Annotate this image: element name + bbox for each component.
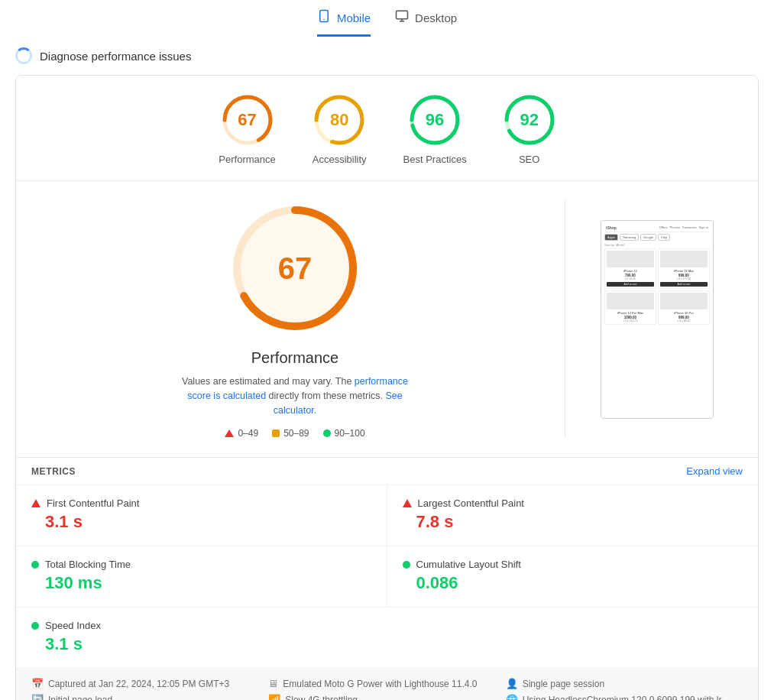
score-value-seo: 92 bbox=[520, 110, 538, 130]
legend-item-green: 90–100 bbox=[323, 428, 365, 439]
metrics-label: METRICS bbox=[31, 466, 76, 477]
footer-emulated-text: Emulated Moto G Power with Lighthouse 11… bbox=[283, 679, 477, 689]
footer-initial: 🔄 Initial page load bbox=[31, 694, 268, 700]
legend-orange-range: 50–89 bbox=[283, 428, 309, 439]
legend-green-icon bbox=[323, 429, 331, 437]
metric-name: Total Blocking Time bbox=[45, 559, 131, 570]
diagnose-spinner-icon bbox=[15, 47, 32, 64]
svg-rect-2 bbox=[397, 11, 408, 19]
tab-desktop[interactable]: Desktop bbox=[395, 9, 457, 37]
score-circle-accessibility[interactable]: 80 bbox=[313, 94, 365, 146]
score-circle-best-practices[interactable]: 96 bbox=[409, 94, 461, 146]
metric-red-indicator bbox=[31, 499, 40, 507]
scores-section: 67 Performance 80 Accessibility 96 Best … bbox=[16, 76, 758, 181]
metric-red-indicator bbox=[403, 499, 412, 507]
legend-red-range: 0–49 bbox=[238, 428, 258, 439]
legend-item-red: 0–49 bbox=[225, 428, 258, 439]
reload-icon: 🔄 bbox=[31, 694, 44, 700]
score-value-performance: 67 bbox=[238, 110, 256, 130]
metrics-grid: First Contentful Paint 3.1 s Largest Con… bbox=[16, 485, 758, 668]
footer-bar: 📅 Captured at Jan 22, 2024, 12:05 PM GMT… bbox=[16, 668, 758, 700]
footer-browser: 🌐 Using HeadlessChromium 120.0.6099.199 … bbox=[506, 694, 743, 700]
metric-value: 7.8 s bbox=[403, 512, 743, 532]
score-value-best-practices: 96 bbox=[426, 110, 444, 130]
metric-name: First Contentful Paint bbox=[47, 497, 139, 509]
score-item-accessibility: 80 Accessibility bbox=[313, 94, 367, 165]
wifi-icon: 📶 bbox=[268, 694, 280, 700]
legend-green-range: 90–100 bbox=[335, 428, 365, 439]
metric-green-indicator bbox=[403, 561, 410, 569]
perf-desc: Values are estimated and may vary. The p… bbox=[173, 374, 417, 417]
performance-section: 67 Performance Values are estimated and … bbox=[16, 181, 758, 458]
legend-triangle-icon bbox=[225, 429, 234, 437]
footer-session: 👤 Single page session bbox=[506, 678, 743, 689]
tab-mobile[interactable]: Mobile bbox=[317, 9, 371, 37]
metric-value: 0.086 bbox=[403, 573, 743, 593]
big-score-value: 67 bbox=[278, 251, 313, 286]
tab-desktop-label: Desktop bbox=[415, 11, 457, 24]
legend: 0–49 50–89 90–100 bbox=[225, 428, 364, 439]
metric-name: Largest Contentful Paint bbox=[418, 497, 524, 509]
legend-item-orange: 50–89 bbox=[272, 428, 309, 439]
phone-inner: iShop OffersPhonesFavouritesSign in Appl… bbox=[601, 221, 713, 418]
metric-name: Cumulative Layout Shift bbox=[416, 559, 521, 570]
metric-value: 130 ms bbox=[31, 573, 371, 593]
score-circle-performance[interactable]: 67 bbox=[222, 94, 274, 146]
legend-orange-icon bbox=[272, 429, 280, 437]
footer-throttling: 📶 Slow 4G throttling bbox=[268, 694, 505, 700]
big-score-circle: 67 bbox=[226, 199, 364, 337]
metric-name: Speed Index bbox=[45, 620, 101, 631]
footer-initial-text: Initial page load bbox=[48, 695, 112, 700]
phone-screenshot: iShop OffersPhonesFavouritesSign in Appl… bbox=[601, 220, 714, 419]
footer-captured: 📅 Captured at Jan 22, 2024, 12:05 PM GMT… bbox=[31, 678, 268, 689]
metric-green-indicator bbox=[31, 561, 39, 569]
metric-cell-2: Total Blocking Time 130 ms bbox=[16, 546, 387, 608]
metric-name-row: Speed Index bbox=[31, 620, 743, 631]
metric-value: 3.1 s bbox=[31, 634, 743, 654]
score-item-best-practices: 96 Best Practices bbox=[403, 94, 467, 165]
perf-title: Performance bbox=[251, 349, 339, 367]
score-label-accessibility: Accessibility bbox=[313, 154, 367, 165]
footer-throttling-text: Slow 4G throttling bbox=[285, 695, 358, 700]
calendar-icon: 📅 bbox=[31, 678, 44, 689]
diagnose-bar: Diagnose performance issues bbox=[0, 37, 774, 75]
performance-left: 67 Performance Values are estimated and … bbox=[40, 199, 565, 439]
footer-captured-text: Captured at Jan 22, 2024, 12:05 PM GMT+3 bbox=[48, 679, 229, 689]
mobile-icon bbox=[317, 9, 331, 27]
diagnose-label: Diagnose performance issues bbox=[40, 50, 191, 63]
metrics-header: METRICS Expand view bbox=[16, 458, 758, 485]
score-circle-seo[interactable]: 92 bbox=[504, 94, 555, 146]
browser-icon: 🌐 bbox=[506, 694, 518, 700]
performance-right: iShop OffersPhonesFavouritesSign in Appl… bbox=[581, 199, 734, 439]
score-label-performance: Performance bbox=[219, 154, 275, 165]
user-icon: 👤 bbox=[506, 678, 518, 689]
metric-cell-1: Largest Contentful Paint 7.8 s bbox=[387, 485, 759, 546]
desktop-icon bbox=[395, 9, 409, 27]
metric-name-row: Cumulative Layout Shift bbox=[403, 559, 743, 570]
score-label-best-practices: Best Practices bbox=[403, 154, 467, 165]
score-item-seo: 92 SEO bbox=[504, 94, 555, 165]
metric-cell-0: First Contentful Paint 3.1 s bbox=[16, 485, 387, 546]
main-card: 67 Performance 80 Accessibility 96 Best … bbox=[15, 75, 759, 700]
metric-cell-4: Speed Index 3.1 s bbox=[16, 608, 758, 668]
metric-name-row: First Contentful Paint bbox=[31, 497, 371, 509]
score-item-performance: 67 Performance bbox=[219, 94, 275, 165]
metric-green-indicator bbox=[31, 622, 39, 630]
footer-session-text: Single page session bbox=[523, 679, 604, 689]
metric-value: 3.1 s bbox=[31, 512, 371, 532]
expand-view-button[interactable]: Expand view bbox=[686, 465, 743, 477]
perf-desc-text: Values are estimated and may vary. The bbox=[182, 376, 355, 387]
score-label-seo: SEO bbox=[519, 154, 539, 165]
metric-cell-3: Cumulative Layout Shift 0.086 bbox=[387, 546, 759, 608]
tabs-bar: Mobile Desktop bbox=[0, 0, 774, 37]
metric-name-row: Total Blocking Time bbox=[31, 559, 371, 570]
tab-mobile-label: Mobile bbox=[337, 11, 371, 24]
metric-name-row: Largest Contentful Paint bbox=[403, 497, 743, 509]
footer-emulated: 🖥 Emulated Moto G Power with Lighthouse … bbox=[268, 678, 505, 689]
score-value-accessibility: 80 bbox=[330, 110, 348, 130]
device-icon: 🖥 bbox=[268, 678, 278, 689]
perf-desc-mid: directly from these metrics. bbox=[266, 391, 385, 401]
footer-browser-text: Using HeadlessChromium 120.0.6099.199 wi… bbox=[523, 695, 722, 700]
